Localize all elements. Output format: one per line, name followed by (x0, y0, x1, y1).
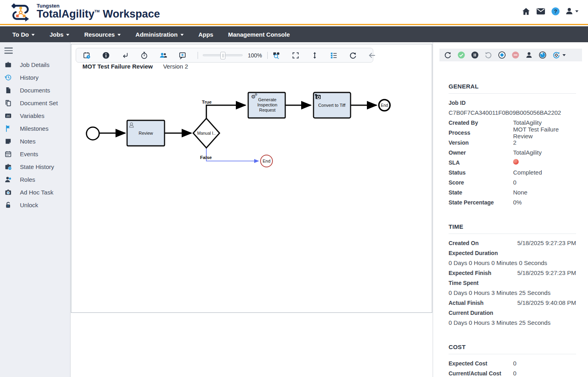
menu-toggle-icon[interactable] (4, 47, 13, 54)
zoom-slider-thumb[interactable] (220, 52, 225, 59)
process-title: MOT Test Failure Review (82, 63, 153, 70)
briefcase-plus-icon (4, 188, 12, 196)
nav-item-administration[interactable]: Administration (135, 31, 184, 38)
sidebar-item-unlock[interactable]: Unlock (0, 199, 70, 212)
schedule-calendar-icon[interactable] (83, 51, 91, 59)
app-header: Tungsten TotalAgilityTMWorkspace ? (0, 0, 588, 25)
sidebar-item-document-set[interactable]: Document Set (0, 97, 70, 110)
row-owner: OwnerTotalAgility (449, 147, 576, 157)
user-icon (565, 7, 574, 16)
svg-text:?: ? (554, 8, 557, 14)
end-event-node[interactable]: End (379, 100, 390, 111)
sla-status-indicator (513, 159, 519, 165)
process-version: Version 2 (163, 63, 188, 70)
row-current-duration-value: 0 Days 0 Hours 3 Minutes 25 Seconds (449, 318, 576, 328)
sidebar-item-ad-hoc-task[interactable]: Ad Hoc Task (0, 186, 70, 199)
history-clock-icon (4, 74, 12, 81)
back-arrow-icon[interactable] (368, 51, 376, 59)
brand-trademark: TM (94, 9, 100, 13)
row-time-spent-value: 0 Days 0 Hours 3 Minutes 25 Seconds (449, 288, 576, 298)
copy-pages-icon (4, 99, 12, 107)
vertical-fit-icon[interactable] (311, 51, 319, 59)
section-title: GENERAL (449, 79, 576, 90)
sidebar-item-roles[interactable]: Roles (0, 173, 70, 186)
user-menu[interactable] (565, 7, 578, 16)
retry-activity-button[interactable] (552, 51, 566, 59)
nav-item-management-console[interactable]: Management Console (228, 31, 290, 38)
stopwatch-icon[interactable] (140, 51, 148, 59)
row-created-on: Created On5/18/2025 9:27:23 PM (449, 238, 576, 248)
variables-icon: (x) (4, 112, 12, 120)
brand: Tungsten TotalAgilityTMWorkspace (10, 2, 160, 23)
zoom-slider[interactable] (203, 54, 243, 56)
chevron-down-icon (563, 54, 566, 56)
row-current-duration-label: Current Duration (449, 308, 576, 318)
job-id-label: Job ID (449, 98, 576, 108)
zoom-level: 100% (248, 52, 262, 59)
resources-people-icon[interactable] (159, 51, 167, 59)
row-expected-cost: Expected Cost0 (449, 358, 576, 368)
fullscreen-icon[interactable] (292, 51, 300, 59)
home-icon[interactable] (521, 6, 531, 16)
progress-contrast-icon[interactable] (539, 51, 547, 59)
sidebar-item-state-history[interactable]: State History (0, 161, 70, 173)
row-expected-duration-value: 0 Days 0 Hours 0 Minutes 0 Seconds (449, 258, 576, 268)
decision-node[interactable]: Manual I.. (193, 118, 220, 148)
sidebar-item-notes[interactable]: Notes (0, 135, 70, 148)
sidebar-item-documents[interactable]: Documents (0, 84, 70, 97)
restart-undo-icon[interactable] (484, 51, 492, 59)
nav-item-todo[interactable]: To Do (12, 31, 35, 38)
info-icon[interactable] (102, 51, 110, 59)
refresh-icon[interactable] (444, 51, 452, 59)
swimlane-list-icon[interactable] (330, 51, 338, 59)
toolbar-divider (267, 52, 268, 59)
activity-review[interactable]: Review (127, 120, 165, 146)
suspend-pause-icon[interactable] (471, 51, 479, 59)
activity-generate-inspection-request[interactable]: ⚙ ⚙ Generate Inspection Request (248, 92, 285, 118)
chevron-down-icon (31, 34, 35, 36)
sidebar-item-history[interactable]: History (0, 71, 70, 84)
sidebar-item-events[interactable]: Events (0, 148, 70, 161)
nav-item-apps[interactable]: Apps (198, 31, 214, 38)
diagram-toolbar: 100% (76, 48, 373, 63)
activity-convert-to-tiff[interactable]: Convert to Tiff (314, 92, 351, 118)
sidebar-item-job-details[interactable]: Job Details (0, 59, 70, 71)
sidebar-item-milestones[interactable]: Milestones (0, 122, 70, 135)
gears-icon: ⚙ (255, 93, 257, 96)
section-time: TIME Created On5/18/2025 9:27:23 PM Expe… (449, 219, 576, 328)
mail-icon[interactable] (535, 6, 546, 16)
chevron-down-icon (118, 34, 121, 36)
nav-item-resources[interactable]: Resources (84, 31, 121, 38)
start-event-node[interactable] (86, 127, 99, 140)
owner-person-icon[interactable] (525, 51, 533, 59)
row-sla: SLA (449, 157, 576, 167)
refresh-icon[interactable] (349, 51, 357, 59)
section-cost: COST Expected Cost0 Current/Actual Cost0… (449, 340, 576, 377)
cancel-minus-icon[interactable] (512, 51, 519, 59)
return-arrow-icon[interactable] (121, 51, 129, 59)
edge-true (206, 105, 245, 118)
job-details-panel: GENERAL Job ID C7B0F7CA340011F0B09B00505… (433, 42, 588, 377)
end-event-false-node[interactable]: End (261, 155, 272, 167)
sidebar-item-variables[interactable]: (x) Variables (0, 110, 70, 122)
padlock-open-icon (4, 201, 12, 209)
map-search-icon[interactable] (272, 51, 280, 59)
brand-suffix: Workspace (103, 8, 160, 20)
row-actual-finish: Actual Finish5/18/2025 9:40:08 PM (449, 298, 576, 308)
svg-text:Convert to Tiff: Convert to Tiff (318, 103, 346, 108)
brand-product: TotalAgility (37, 8, 94, 20)
nav-item-jobs[interactable]: Jobs (49, 31, 69, 38)
help-icon[interactable]: ? (550, 6, 561, 16)
row-expected-duration-label: Expected Duration (449, 248, 576, 258)
retry-diamond-icon (552, 51, 561, 59)
svg-text:Manual I..: Manual I.. (197, 131, 216, 135)
chevron-down-icon (575, 10, 578, 12)
row-state: StateNone (449, 187, 576, 197)
record-icon[interactable] (498, 51, 506, 59)
row-time-spent-label: Time Spent (449, 278, 576, 288)
add-note-icon[interactable] (178, 51, 186, 59)
row-state-percentage: State Percentage0% (449, 197, 576, 207)
sidebar: Job Details History Documents Document S… (0, 42, 71, 377)
job-id-value: C7B0F7CA340011F0B09B005056BA2202 (449, 108, 576, 118)
complete-check-icon[interactable] (457, 51, 465, 59)
